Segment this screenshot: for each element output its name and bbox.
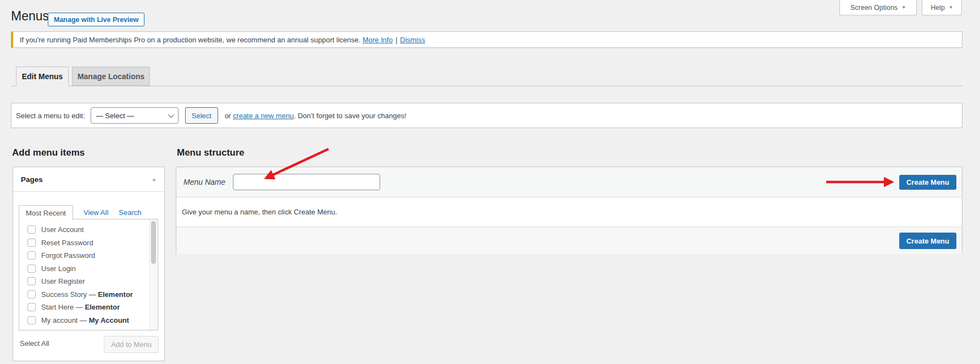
menu-select-value: — Select — — [96, 112, 134, 120]
menu-name-row: Menu Name Create Menu — [176, 167, 962, 197]
menu-structure-heading: Menu structure — [177, 147, 244, 158]
item-checkbox[interactable] — [27, 277, 36, 285]
tab-most-recent[interactable]: Most Recent — [19, 205, 73, 220]
menu-select-label: Select a menu to edit: — [16, 112, 85, 120]
item-checkbox[interactable] — [27, 316, 36, 324]
help-label: Help — [931, 4, 945, 12]
chevron-down-icon: ▼ — [901, 5, 906, 10]
item-label: Forgot Password — [41, 251, 95, 260]
item-label: Start Here — Elementor — [41, 303, 120, 311]
notice-separator: | — [396, 36, 397, 44]
item-label: My account — My Account — [41, 316, 129, 324]
scrollbar-thumb[interactable] — [151, 221, 156, 264]
page-list: User Account Reset Password Forgot Passw… — [19, 219, 158, 327]
dismiss-link[interactable]: Dismiss — [400, 36, 425, 44]
item-checkbox[interactable] — [27, 290, 36, 299]
menu-structure-body: Give your menu a name, then click Create… — [176, 197, 962, 227]
help-button[interactable]: Help ▼ — [922, 0, 962, 15]
create-new-menu-link[interactable]: create a new menu — [233, 112, 294, 120]
list-item: User Register — [19, 275, 158, 288]
list-item: Reset Password — [19, 236, 158, 250]
list-item: Start Here — Elementor — [19, 301, 158, 314]
tab-view-all[interactable]: View All — [83, 208, 108, 217]
wordpress-menus-page: Screen Options ▼ Help ▼ Menus Manage wit… — [0, 0, 980, 364]
tab-manage-locations[interactable]: Manage Locations — [72, 67, 150, 86]
item-label: User Login — [41, 264, 76, 273]
menu-select-dropdown[interactable]: — Select — — [91, 107, 179, 124]
item-checkbox[interactable] — [27, 251, 36, 260]
create-menu-button[interactable]: Create Menu — [899, 233, 956, 249]
screen-options-button[interactable]: Screen Options ▼ — [839, 0, 917, 15]
page-title: Menus — [11, 9, 49, 24]
pages-panel-header[interactable]: Pages ▲ — [13, 167, 164, 192]
or-create-text: or create a new menu. Don’t forget to sa… — [225, 112, 407, 120]
manage-live-preview-button[interactable]: Manage with Live Preview — [48, 13, 144, 26]
chevron-down-icon: ▼ — [949, 5, 953, 10]
pages-panel-title: Pages — [21, 175, 43, 184]
item-label: User Account — [41, 225, 83, 234]
add-menu-items-heading: Add menu items — [12, 147, 85, 158]
save-changes-text: . Don’t forget to save your changes! — [294, 112, 407, 120]
tab-search[interactable]: Search — [119, 208, 141, 217]
select-all-link[interactable]: Select All — [20, 339, 49, 348]
add-to-menu-button[interactable]: Add to Menu — [104, 336, 159, 353]
item-label: User Register — [41, 277, 85, 285]
select-button[interactable]: Select — [185, 107, 218, 124]
create-menu-button[interactable]: Create Menu — [899, 175, 956, 190]
list-item: My account — My Account — [19, 314, 158, 327]
chevron-down-icon — [168, 112, 174, 118]
item-checkbox[interactable] — [27, 239, 36, 247]
collapse-panel-icon: ▲ — [152, 177, 157, 182]
notice-text: If you're running Paid Memberships Pro o… — [20, 36, 360, 44]
pages-tab-bar: Most Recent View All Search — [19, 205, 142, 220]
item-checkbox[interactable] — [27, 225, 36, 234]
menu-name-label: Menu Name — [183, 178, 225, 186]
item-label: Reset Password — [41, 239, 93, 247]
menu-structure-panel: Menu Name Create Menu Give your menu a n… — [176, 167, 962, 254]
page-list-box: User Account Reset Password Forgot Passw… — [19, 219, 158, 330]
list-item: Forgot Password — [19, 249, 158, 262]
menu-select-bar: Select a menu to edit: — Select — Select… — [11, 103, 962, 128]
admin-notice: If you're running Paid Memberships Pro o… — [11, 31, 962, 48]
more-info-link[interactable]: More Info — [363, 36, 393, 44]
pages-panel: Pages ▲ Most Recent View All Search User… — [13, 167, 165, 361]
item-checkbox[interactable] — [27, 264, 36, 273]
tab-edit-menus[interactable]: Edit Menus — [16, 67, 69, 86]
nav-tab-bar: Edit Menus Manage Locations — [11, 67, 962, 86]
menu-structure-footer: Create Menu — [176, 227, 962, 254]
list-item: User Login — [19, 262, 158, 275]
helper-text: Give your menu a name, then click Create… — [182, 208, 337, 216]
menu-name-input[interactable] — [233, 174, 380, 190]
list-item: Success Story — Elementor — [19, 288, 158, 301]
item-checkbox[interactable] — [27, 303, 36, 311]
scrollbar-track[interactable] — [149, 219, 158, 330]
list-item: User Account — [19, 223, 158, 236]
screen-options-label: Screen Options — [850, 4, 898, 12]
item-label: Success Story — Elementor — [41, 290, 133, 299]
